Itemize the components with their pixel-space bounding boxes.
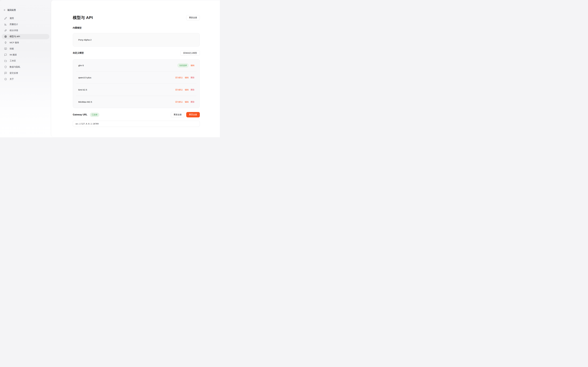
open-book-icon — [4, 47, 7, 50]
delete-link[interactable]: 删除 — [191, 101, 194, 103]
info-icon — [4, 78, 7, 81]
sidebar-item-feedback[interactable]: 提交反馈 — [2, 70, 49, 76]
builtin-model-card: Pony-Alpha-2 — [73, 33, 200, 47]
edit-link[interactable]: 编辑 — [191, 64, 194, 67]
feedback-plus-icon — [4, 72, 7, 75]
custom-models-heading: 自定义模型 — [73, 51, 84, 54]
page-title: 模型与 API — [73, 15, 93, 20]
sidebar-item-mcp[interactable]: MCP 服务 — [2, 40, 49, 45]
sidebar-item-label: 工作区 — [10, 59, 16, 62]
sidebar-item-label: 积分详情 — [10, 29, 18, 32]
builtin-models-heading: 内置模型 — [73, 26, 200, 29]
custom-model-list: glm-5 当前选择 编辑 qwen3.5-plus 设为默认 编辑 删除 — [73, 59, 200, 108]
sidebar-item-im-channels[interactable]: IM 频道 — [2, 52, 49, 58]
cpu-chip-icon — [4, 35, 7, 38]
custom-model-name: qwen3.5-plus — [78, 76, 91, 79]
chat-bubble-icon — [4, 53, 7, 56]
sidebar-item-skills[interactable]: 技能 — [2, 46, 49, 51]
shield-icon — [4, 66, 7, 68]
back-to-app-button[interactable]: 返回应用 — [2, 8, 49, 12]
reset-connection-button[interactable]: 重置连接 — [186, 112, 200, 117]
sidebar-item-general[interactable]: 通用 — [2, 16, 49, 21]
current-selection-badge: 当前选择 — [177, 63, 189, 68]
sidebar-item-label: 提交反馈 — [10, 72, 18, 74]
add-custom-model-button[interactable]: 添加自定义模型 — [180, 50, 200, 56]
set-default-link[interactable]: 设为默认 — [175, 101, 183, 103]
bar-chart-icon — [4, 23, 7, 26]
set-default-link[interactable]: 设为默认 — [175, 89, 183, 91]
sidebar-item-label: 模型与 API — [10, 35, 20, 38]
reconnect-button-top[interactable]: 重新连接 — [186, 15, 200, 20]
sidebar-nav: 通用 用量统计 积分详情 模型与 API — [2, 16, 49, 82]
set-default-link[interactable]: 设为默认 — [175, 76, 183, 79]
sidebar-item-about[interactable]: 关于 — [2, 76, 49, 82]
coins-icon — [4, 29, 7, 32]
back-to-app-label: 返回应用 — [7, 9, 16, 11]
gateway-url-label: Gateway URL — [73, 113, 87, 116]
sidebar-item-models-api[interactable]: 模型与 API — [2, 34, 49, 39]
sidebar-item-data-privacy[interactable]: 数据与隐私 — [2, 64, 49, 70]
reconnect-button-gateway[interactable]: 重新连接 — [171, 112, 185, 117]
delete-link[interactable]: 删除 — [191, 76, 194, 79]
sidebar-item-label: IM 频道 — [10, 53, 17, 56]
model-row: glm-5 当前选择 编辑 — [73, 59, 200, 71]
arrow-left-icon — [3, 9, 6, 11]
sidebar-item-label: 数据与隐私 — [10, 66, 20, 68]
builtin-model-name: Pony-Alpha-2 — [78, 39, 92, 41]
custom-model-name: MiniMax-M2.5 — [78, 101, 92, 103]
delete-link[interactable]: 删除 — [191, 89, 194, 91]
sidebar-item-label: 通用 — [10, 17, 14, 20]
custom-model-name: kimi-k2.5 — [78, 89, 87, 91]
model-row: qwen3.5-plus 设为默认 编辑 删除 — [73, 72, 200, 83]
pencil-icon — [4, 17, 7, 20]
sidebar: 返回应用 通用 用量统计 积分详情 — [0, 0, 51, 137]
edit-link[interactable]: 编辑 — [185, 101, 189, 103]
sidebar-item-label: 关于 — [10, 78, 14, 81]
main-panel: 模型与 API 重新连接 内置模型 Pony-Alpha-2 自定义模型 添加自… — [51, 0, 220, 137]
custom-model-name: glm-5 — [78, 64, 84, 67]
sidebar-item-label: 用量统计 — [10, 23, 18, 26]
edit-link[interactable]: 编辑 — [185, 89, 189, 91]
sidebar-item-workspace[interactable]: 工作区 — [2, 58, 49, 64]
sidebar-item-label: MCP 服务 — [10, 41, 19, 44]
connected-status-badge: 已连接 — [90, 113, 99, 117]
plug-icon — [4, 41, 7, 44]
folder-icon — [4, 59, 7, 62]
sidebar-item-usage-stats[interactable]: 用量统计 — [2, 22, 49, 27]
settings-window: 返回应用 通用 用量统计 积分详情 — [0, 0, 220, 137]
gateway-url-input[interactable] — [73, 121, 200, 127]
model-row: kimi-k2.5 设为默认 编辑 删除 — [73, 84, 200, 96]
edit-link[interactable]: 编辑 — [185, 76, 189, 79]
model-row: MiniMax-M2.5 设为默认 编辑 删除 — [73, 96, 200, 108]
sidebar-item-credits[interactable]: 积分详情 — [2, 28, 49, 33]
sidebar-item-label: 技能 — [10, 47, 14, 50]
